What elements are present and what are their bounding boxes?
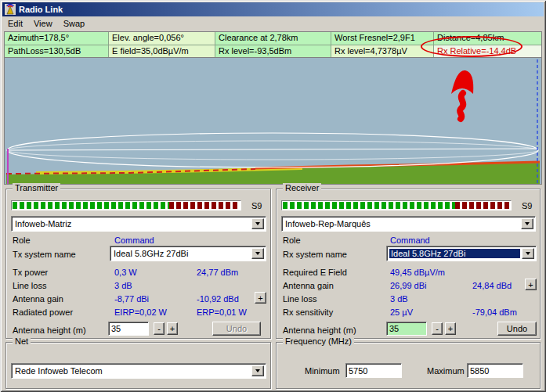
- tx-antenna-height-input[interactable]: [108, 322, 149, 336]
- tx-eirp-value: EIRP=0,02 W: [114, 307, 167, 317]
- frequency-group: Frequency (MHz) Minimum Maximum: [276, 342, 541, 389]
- tx-height-increase-button[interactable]: +: [167, 322, 178, 335]
- net-combobox-dropdown-button[interactable]: [251, 365, 264, 376]
- tx-role-label: Role: [13, 236, 31, 245]
- rx-sensitivity-uv: 25 µV: [390, 307, 413, 317]
- rx-line-loss-value: 3 dB: [390, 294, 408, 304]
- link-info-bar: Azimuth=178,5° Elev. angle=0,056° Cleara…: [4, 31, 542, 58]
- tx-power-dbm: 24,77 dBm: [197, 268, 238, 277]
- window-icon: [5, 4, 16, 15]
- menu-edit[interactable]: Edit: [2, 17, 28, 30]
- rx-antenna-gain-label: Antenna gain: [283, 281, 334, 290]
- rx-relative-value: Rx Relative=-14,4dB: [434, 45, 541, 57]
- rx-role-label: Role: [283, 236, 301, 245]
- terrain-profile-svg: [5, 58, 541, 184]
- radio-link-window: Radio Link Edit View Swap Azimuth=178,5°…: [0, 0, 546, 392]
- rx-height-decrease-button[interactable]: -: [432, 322, 443, 335]
- rx-meter-red-segment: [455, 202, 510, 209]
- rx-undo-button[interactable]: Undo: [497, 322, 537, 336]
- tx-power-label: Tx power: [13, 268, 48, 277]
- rx-role-value: Command: [390, 236, 430, 245]
- rx-level-uv-value: Rx level=4,7378µV: [331, 45, 434, 57]
- distance-value: Distance=4,85km: [434, 32, 541, 45]
- tx-antenna-gain-label: Antenna gain: [13, 294, 63, 304]
- pathloss-value: PathLoss=130,5dB: [5, 45, 109, 57]
- tx-signal-meter: [11, 200, 241, 210]
- chevron-down-icon: [255, 222, 260, 225]
- rx-sensitivity-label: Rx sensitivity: [283, 307, 333, 317]
- tx-line-loss-value: 3 dB: [114, 281, 132, 290]
- frequency-minimum-label: Minimum: [305, 366, 340, 376]
- efield-value: E field=35,0dBµV/m: [109, 45, 215, 57]
- tx-undo-button: Undo: [212, 322, 261, 336]
- chevron-down-icon: [526, 252, 530, 255]
- chevron-down-icon: [525, 222, 530, 225]
- tx-power-watts: 0,3 W: [114, 268, 137, 277]
- rx-unit-combobox[interactable]: Infoweb-Rep-Marquês: [281, 216, 536, 232]
- worst-fresnel-value: Worst Fresnel=2,9F1: [331, 32, 434, 45]
- rx-antenna-gain-dbi: 26,99 dBi: [390, 281, 426, 290]
- rx-unit-combobox-dropdown-button[interactable]: [521, 218, 533, 229]
- tx-system-label: Tx system name: [13, 250, 76, 259]
- rx-signal-meter: [281, 200, 512, 210]
- title-bar[interactable]: Radio Link: [2, 2, 544, 16]
- rx-level-dbm-value: Rx level=-93,5dBm: [215, 45, 331, 57]
- tx-antenna-gain-dbd: -10,92 dBd: [197, 294, 239, 304]
- rx-unit-combobox-value: Infoweb-Rep-Marquês: [285, 219, 519, 228]
- rx-meter-green-segment: [283, 202, 455, 209]
- chevron-down-icon: [255, 252, 260, 255]
- net-combobox[interactable]: Rede Infoweb Telecom: [11, 363, 266, 379]
- tx-unit-combobox-dropdown-button[interactable]: [251, 218, 264, 229]
- rx-required-efield-value: 49,45 dBµV/m: [390, 268, 445, 277]
- tx-height-decrease-button[interactable]: -: [154, 322, 165, 335]
- clearance-value: Clearance at 2,78km: [215, 32, 331, 45]
- tx-antenna-gain-detail-button[interactable]: +: [255, 292, 266, 304]
- tx-system-combobox-dropdown-button[interactable]: [251, 248, 264, 259]
- terrain-profile-chart[interactable]: [4, 57, 542, 185]
- tx-antenna-height-label: Antenna height (m): [13, 325, 86, 335]
- rx-required-efield-label: Required E Field: [283, 268, 347, 277]
- rx-system-combobox[interactable]: Ideal 5.8GHz 27dBi: [386, 246, 537, 261]
- net-group: Net Rede Infoweb Telecom: [5, 342, 271, 389]
- frequency-maximum-label: Maximum: [427, 366, 465, 376]
- receiver-group: Receiver S9 Infoweb-Rep-Marquês Role Com…: [276, 189, 541, 339]
- window-title: Radio Link: [19, 5, 63, 14]
- rx-system-combobox-value: Ideal 5.8GHz 27dBi: [389, 249, 520, 258]
- frequency-minimum-input[interactable]: [345, 363, 402, 378]
- rx-height-increase-button[interactable]: +: [445, 322, 456, 335]
- transmitter-group: Transmitter S9 Infoweb-Matriz Role Comma…: [5, 189, 271, 339]
- tx-role-value: Command: [114, 236, 154, 245]
- rx-antenna-gain-detail-button[interactable]: +: [525, 279, 537, 290]
- rx-system-label: Rx system name: [283, 250, 347, 259]
- azimuth-value: Azimuth=178,5°: [5, 32, 109, 45]
- tx-radiated-power-label: Radiated power: [13, 307, 73, 317]
- rx-antenna-height-label: Antenna height (m): [283, 325, 356, 335]
- rx-line-loss-label: Line loss: [283, 294, 316, 304]
- menu-swap[interactable]: Swap: [58, 17, 91, 30]
- net-group-label: Net: [13, 336, 31, 346]
- rx-sensitivity-dbm: -79,04 dBm: [472, 307, 517, 317]
- tx-system-combobox-value: Ideal 5.8GHz 27dBi: [114, 249, 250, 258]
- net-combobox-value: Rede Infoweb Telecom: [15, 366, 250, 376]
- receiver-group-label: Receiver: [283, 183, 321, 192]
- info-row-1: Azimuth=178,5° Elev. angle=0,056° Cleara…: [5, 32, 541, 45]
- tx-erp-value: ERP=0,01 W: [197, 307, 247, 317]
- frequency-maximum-input[interactable]: [467, 363, 523, 378]
- tx-line-loss-label: Line loss: [13, 281, 46, 290]
- menu-bar: Edit View Swap: [2, 16, 544, 31]
- chevron-down-icon: [255, 369, 260, 372]
- tx-meter-red-segment: [169, 202, 240, 209]
- rx-antenna-height-input[interactable]: [386, 322, 427, 336]
- tx-system-combobox[interactable]: Ideal 5.8GHz 27dBi: [110, 246, 266, 261]
- tx-unit-combobox[interactable]: Infoweb-Matriz: [11, 216, 266, 232]
- tx-antenna-gain-dbi: -8,77 dBi: [114, 294, 149, 304]
- transmitter-group-label: Transmitter: [13, 183, 60, 192]
- tx-unit-combobox-value: Infoweb-Matriz: [15, 219, 250, 228]
- frequency-group-label: Frequency (MHz): [283, 336, 354, 346]
- rx-sunits-label: S9: [522, 201, 532, 210]
- elev-angle-value: Elev. angle=0,056°: [109, 32, 215, 45]
- menu-view[interactable]: View: [28, 17, 58, 30]
- rx-antenna-gain-dbd: 24,84 dBd: [472, 281, 512, 290]
- rx-system-combobox-dropdown-button[interactable]: [522, 248, 534, 259]
- tx-meter-green-segment: [13, 202, 169, 209]
